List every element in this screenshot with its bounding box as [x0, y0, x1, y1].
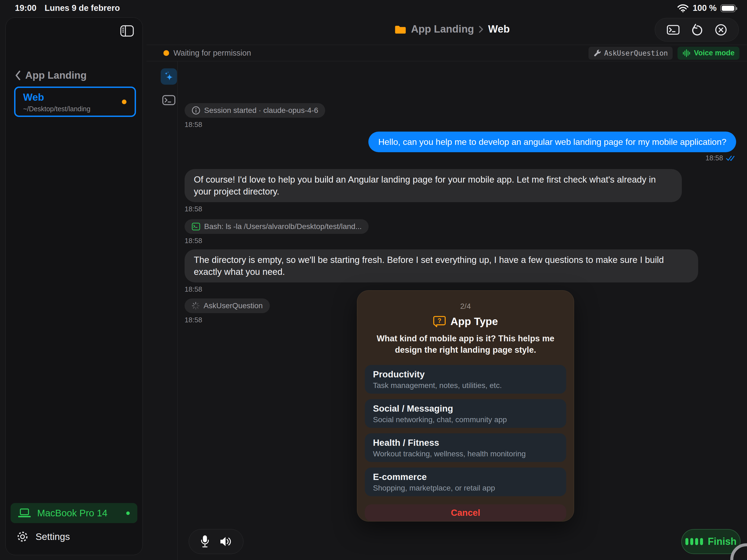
- session-started-pill: Session started · claude-opus-4-6: [185, 103, 325, 118]
- option-productivity[interactable]: Productivity Task management, notes, uti…: [365, 365, 566, 394]
- breadcrumb-current: Web: [488, 23, 510, 35]
- assistant-bubble: Of course! I'd love to help you build an…: [185, 169, 682, 202]
- folder-icon: [395, 25, 406, 34]
- bash-tool-text: Bash: ls -la /Users/alvarolb/Desktop/tes…: [204, 222, 362, 231]
- wrench-icon: [593, 49, 601, 57]
- option-subtitle: Social networking, chat, community app: [373, 416, 558, 424]
- system-status-bar: 19:00 Lunes 9 de febrero 100 %: [0, 0, 747, 16]
- rail-divider: [177, 61, 178, 560]
- dialog-title: App Type: [450, 316, 498, 327]
- option-title: E-commerce: [373, 472, 558, 482]
- terminal-icon: [667, 24, 680, 35]
- option-title: Health / Fitness: [373, 437, 558, 448]
- chat-transcript: Session started · claude-opus-4-6 18:58 …: [185, 61, 736, 324]
- close-circle-icon: [715, 24, 727, 36]
- breadcrumb-project: App Landing: [411, 23, 474, 35]
- timestamp: 18:58: [185, 237, 736, 245]
- online-dot: [126, 511, 130, 515]
- terminal-button[interactable]: [667, 24, 680, 35]
- status-dot: [163, 50, 169, 56]
- device-item-macbook[interactable]: MacBook Pro 14: [10, 503, 137, 523]
- sidebar-item-settings[interactable]: Settings: [17, 528, 70, 545]
- microphone-button[interactable]: [200, 535, 210, 548]
- ask-user-question-pill: AskUserQuestion: [185, 298, 270, 313]
- cancel-button[interactable]: Cancel: [365, 504, 566, 521]
- terminal-icon: [162, 94, 176, 106]
- waveform-icon: [682, 49, 691, 57]
- info-icon: [191, 106, 200, 115]
- status-text: Waiting for permission: [174, 49, 251, 57]
- sidebar-back-label: App Landing: [25, 70, 86, 81]
- speaker-button[interactable]: [220, 536, 232, 547]
- battery-icon: [720, 4, 736, 12]
- screen: 19:00 Lunes 9 de febrero 100 %: [0, 0, 747, 560]
- dialog-step-indicator: 2/4: [365, 302, 566, 311]
- battery-percentage: 100 %: [693, 3, 717, 13]
- wifi-icon: [677, 4, 689, 12]
- status-indicators: 100 %: [677, 3, 736, 13]
- question-dialog: 2/4 ? App Type What kind of mobile app i…: [357, 290, 574, 522]
- tool-badge[interactable]: AskUserQuestion: [589, 47, 673, 60]
- close-session-button[interactable]: [715, 24, 727, 36]
- session-started-text: Session started · claude-opus-4-6: [204, 106, 318, 115]
- session-name: Web: [23, 92, 135, 103]
- question-bubble-icon: ?: [433, 316, 446, 327]
- device-name: MacBook Pro 14: [37, 508, 107, 518]
- settings-label: Settings: [35, 531, 70, 542]
- voice-controls: [189, 529, 243, 554]
- timestamp-delivered: 18:58: [185, 154, 736, 162]
- unread-dot: [122, 100, 127, 104]
- timestamp: 18:58: [185, 205, 736, 213]
- sidebar: App Landing Web ~/Desktop/test/landing M…: [5, 17, 143, 555]
- double-check-icon: [726, 155, 736, 161]
- option-title: Social / Messaging: [373, 403, 558, 414]
- spinner-icon: [191, 302, 200, 310]
- tool-badge-label: AskUserQuestion: [604, 49, 668, 57]
- speaker-icon: [220, 536, 232, 547]
- tab-terminal[interactable]: [161, 93, 176, 107]
- svg-text:?: ?: [438, 317, 441, 324]
- dialog-question: What kind of mobile app is it? This help…: [372, 333, 559, 356]
- option-title: Productivity: [373, 369, 558, 379]
- header-actions: [655, 18, 739, 42]
- option-ecommerce[interactable]: E-commerce Shopping, marketplace, or ret…: [365, 468, 566, 496]
- voice-mode-label: Voice mode: [694, 49, 735, 57]
- timestamp: 18:58: [705, 154, 723, 162]
- rotate-ccw-icon: [691, 24, 703, 36]
- sidebar-back[interactable]: App Landing: [15, 70, 86, 81]
- session-status-row: Waiting for permission AskUserQuestion: [147, 45, 747, 61]
- sidebar-toggle-button[interactable]: [120, 25, 134, 37]
- user-bubble: Hello, can you help me to develop an ang…: [368, 132, 736, 152]
- option-subtitle: Shopping, marketplace, or retail app: [373, 484, 558, 492]
- option-subtitle: Workout tracking, wellness, health monit…: [373, 450, 558, 458]
- laptop-icon: [18, 508, 31, 518]
- ask-user-question-text: AskUserQuestion: [204, 301, 263, 310]
- clock-and-date: 19:00 Lunes 9 de febrero: [15, 3, 120, 13]
- option-social-messaging[interactable]: Social / Messaging Social networking, ch…: [365, 399, 566, 428]
- tab-assistant[interactable]: [161, 69, 177, 85]
- breadcrumb[interactable]: App Landing Web: [395, 23, 510, 35]
- sidebar-toggle-icon: [120, 25, 134, 37]
- voice-mode-badge[interactable]: Voice mode: [677, 47, 739, 60]
- chevron-right-icon: [479, 26, 483, 33]
- sparkles-icon: [164, 71, 174, 82]
- chevron-left-icon: [15, 71, 21, 80]
- timestamp: 18:58: [185, 121, 736, 129]
- option-subtitle: Task management, notes, utilities, etc.: [373, 381, 558, 390]
- date: Lunes 9 de febrero: [45, 3, 120, 13]
- session-status: Waiting for permission: [163, 49, 251, 57]
- terminal-icon: [191, 222, 200, 231]
- microphone-icon: [200, 535, 210, 548]
- clock: 19:00: [15, 3, 36, 13]
- bash-tool-pill[interactable]: Bash: ls -la /Users/alvarolb/Desktop/tes…: [185, 219, 369, 234]
- gear-icon: [17, 531, 28, 543]
- message-user: Hello, can you help me to develop an ang…: [185, 132, 736, 152]
- assistant-bubble: The directory is empty, so we'll be star…: [185, 249, 698, 283]
- session-path: ~/Desktop/test/landing: [23, 105, 135, 113]
- restart-session-button[interactable]: [691, 24, 703, 36]
- sidebar-item-web-session[interactable]: Web ~/Desktop/test/landing: [14, 86, 136, 117]
- voice-activity-icon: [686, 538, 703, 545]
- corner-swipe-indicator: [730, 543, 747, 560]
- option-health-fitness[interactable]: Health / Fitness Workout tracking, welln…: [365, 433, 566, 462]
